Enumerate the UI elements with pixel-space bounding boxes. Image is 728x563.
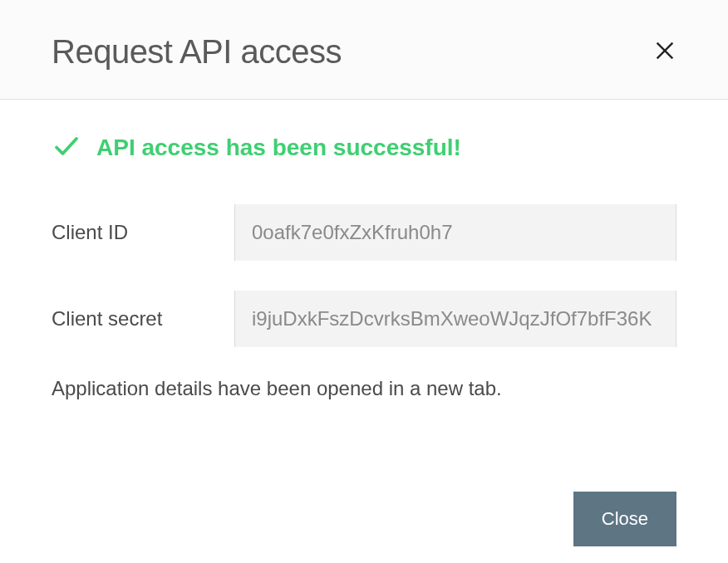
client-secret-row: Client secret i9juDxkFszDcvrksBmXweoWJqz… (52, 291, 676, 347)
client-id-row: Client ID 0oafk7e0fxZxKfruh0h7 (52, 204, 676, 261)
info-text: Application details have been opened in … (52, 377, 676, 400)
request-api-access-dialog: Request API access API access has been s… (0, 0, 728, 563)
success-message: API access has been successful! (96, 135, 461, 161)
close-icon[interactable] (653, 39, 676, 66)
close-button[interactable]: Close (573, 492, 676, 546)
client-id-label: Client ID (52, 221, 234, 244)
dialog-title: Request API access (52, 33, 342, 71)
success-message-row: API access has been successful! (52, 131, 676, 164)
client-secret-value: i9juDxkFszDcvrksBmXweoWJqzJfOf7bfF36K (252, 307, 652, 330)
client-id-field[interactable]: 0oafk7e0fxZxKfruh0h7 (234, 204, 676, 261)
client-id-value: 0oafk7e0fxZxKfruh0h7 (252, 221, 453, 244)
client-secret-field[interactable]: i9juDxkFszDcvrksBmXweoWJqzJfOf7bfF36K (234, 291, 676, 347)
client-secret-label: Client secret (52, 307, 234, 330)
dialog-header: Request API access (0, 0, 728, 100)
checkmark-icon (52, 131, 81, 164)
dialog-footer: Close (0, 492, 728, 563)
dialog-body: API access has been successful! Client I… (0, 100, 728, 492)
